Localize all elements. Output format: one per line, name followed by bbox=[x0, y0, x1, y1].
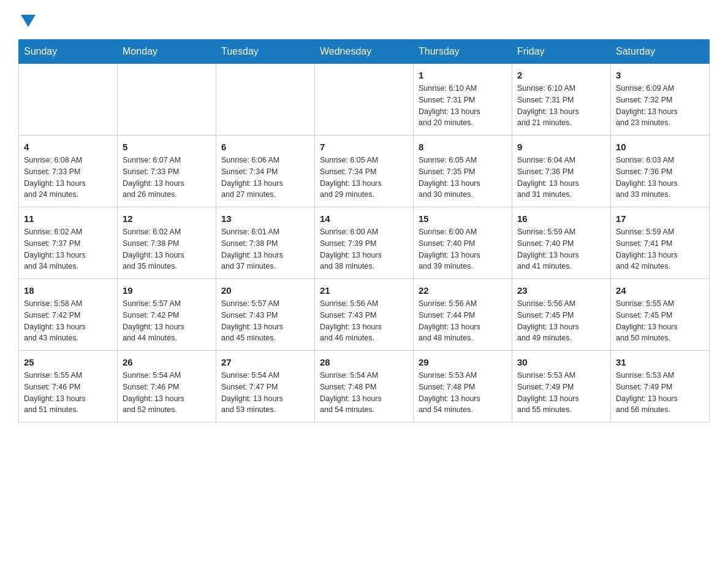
calendar-cell: 3Sunrise: 6:09 AM Sunset: 7:32 PM Daylig… bbox=[611, 64, 710, 136]
day-number: 19 bbox=[123, 284, 211, 297]
calendar-week-4: 18Sunrise: 5:58 AM Sunset: 7:42 PM Dayli… bbox=[19, 279, 710, 351]
calendar-cell bbox=[315, 64, 414, 136]
logo-triangle-icon bbox=[21, 15, 36, 27]
day-number: 23 bbox=[517, 284, 605, 297]
calendar-week-2: 4Sunrise: 6:08 AM Sunset: 7:33 PM Daylig… bbox=[19, 136, 710, 207]
day-number: 31 bbox=[616, 356, 704, 369]
day-number: 1 bbox=[419, 69, 507, 82]
day-info: Sunrise: 6:04 AM Sunset: 7:36 PM Dayligh… bbox=[517, 155, 605, 201]
calendar-cell: 12Sunrise: 6:02 AM Sunset: 7:38 PM Dayli… bbox=[118, 207, 216, 279]
day-number: 11 bbox=[24, 212, 112, 225]
day-number: 20 bbox=[221, 284, 309, 297]
day-number: 25 bbox=[24, 356, 112, 369]
calendar-cell: 23Sunrise: 5:56 AM Sunset: 7:45 PM Dayli… bbox=[512, 279, 611, 351]
day-number: 28 bbox=[320, 356, 408, 369]
calendar-cell: 10Sunrise: 6:03 AM Sunset: 7:36 PM Dayli… bbox=[611, 136, 710, 207]
calendar-cell: 22Sunrise: 5:56 AM Sunset: 7:44 PM Dayli… bbox=[414, 279, 512, 351]
day-number: 3 bbox=[616, 69, 704, 82]
weekday-header-friday: Friday bbox=[512, 40, 611, 64]
day-info: Sunrise: 5:53 AM Sunset: 7:49 PM Dayligh… bbox=[517, 370, 605, 416]
calendar-cell: 15Sunrise: 6:00 AM Sunset: 7:40 PM Dayli… bbox=[414, 207, 512, 279]
calendar-cell: 1Sunrise: 6:10 AM Sunset: 7:31 PM Daylig… bbox=[414, 64, 512, 136]
calendar-cell: 14Sunrise: 6:00 AM Sunset: 7:39 PM Dayli… bbox=[315, 207, 414, 279]
day-number: 17 bbox=[616, 212, 704, 225]
calendar-week-1: 1Sunrise: 6:10 AM Sunset: 7:31 PM Daylig… bbox=[19, 64, 710, 136]
day-number: 16 bbox=[517, 212, 605, 225]
calendar-week-3: 11Sunrise: 6:02 AM Sunset: 7:37 PM Dayli… bbox=[19, 207, 710, 279]
day-number: 15 bbox=[419, 212, 507, 225]
weekday-header-sunday: Sunday bbox=[19, 40, 118, 64]
day-info: Sunrise: 6:02 AM Sunset: 7:38 PM Dayligh… bbox=[123, 226, 211, 272]
calendar-cell: 9Sunrise: 6:04 AM Sunset: 7:36 PM Daylig… bbox=[512, 136, 611, 207]
day-number: 21 bbox=[320, 284, 408, 297]
day-number: 13 bbox=[221, 212, 309, 225]
day-info: Sunrise: 5:54 AM Sunset: 7:48 PM Dayligh… bbox=[320, 370, 408, 416]
day-info: Sunrise: 5:56 AM Sunset: 7:45 PM Dayligh… bbox=[517, 298, 605, 344]
day-info: Sunrise: 6:03 AM Sunset: 7:36 PM Dayligh… bbox=[616, 155, 704, 201]
day-number: 6 bbox=[221, 140, 309, 153]
day-info: Sunrise: 5:55 AM Sunset: 7:45 PM Dayligh… bbox=[616, 298, 704, 344]
day-info: Sunrise: 6:06 AM Sunset: 7:34 PM Dayligh… bbox=[221, 155, 309, 201]
calendar-cell: 20Sunrise: 5:57 AM Sunset: 7:43 PM Dayli… bbox=[216, 279, 315, 351]
calendar-cell bbox=[118, 64, 216, 136]
calendar-cell: 24Sunrise: 5:55 AM Sunset: 7:45 PM Dayli… bbox=[611, 279, 710, 351]
day-info: Sunrise: 5:58 AM Sunset: 7:42 PM Dayligh… bbox=[24, 298, 112, 344]
day-info: Sunrise: 5:54 AM Sunset: 7:47 PM Dayligh… bbox=[221, 370, 309, 416]
day-info: Sunrise: 6:10 AM Sunset: 7:31 PM Dayligh… bbox=[419, 83, 507, 129]
day-info: Sunrise: 6:00 AM Sunset: 7:40 PM Dayligh… bbox=[419, 226, 507, 272]
day-info: Sunrise: 5:56 AM Sunset: 7:44 PM Dayligh… bbox=[419, 298, 507, 344]
day-number: 26 bbox=[123, 356, 211, 369]
day-info: Sunrise: 5:54 AM Sunset: 7:46 PM Dayligh… bbox=[123, 370, 211, 416]
calendar-cell: 25Sunrise: 5:55 AM Sunset: 7:46 PM Dayli… bbox=[19, 351, 118, 423]
calendar-cell: 30Sunrise: 5:53 AM Sunset: 7:49 PM Dayli… bbox=[512, 351, 611, 423]
day-info: Sunrise: 6:09 AM Sunset: 7:32 PM Dayligh… bbox=[616, 83, 704, 129]
day-number: 9 bbox=[517, 140, 605, 153]
calendar-cell: 31Sunrise: 5:53 AM Sunset: 7:49 PM Dayli… bbox=[611, 351, 710, 423]
calendar-cell: 5Sunrise: 6:07 AM Sunset: 7:33 PM Daylig… bbox=[118, 136, 216, 207]
calendar-cell: 27Sunrise: 5:54 AM Sunset: 7:47 PM Dayli… bbox=[216, 351, 315, 423]
calendar-cell bbox=[19, 64, 118, 136]
day-number: 18 bbox=[24, 284, 112, 297]
day-number: 8 bbox=[419, 140, 507, 153]
day-info: Sunrise: 6:08 AM Sunset: 7:33 PM Dayligh… bbox=[24, 155, 112, 201]
day-info: Sunrise: 6:07 AM Sunset: 7:33 PM Dayligh… bbox=[123, 155, 211, 201]
day-info: Sunrise: 6:10 AM Sunset: 7:31 PM Dayligh… bbox=[517, 83, 605, 129]
day-info: Sunrise: 6:01 AM Sunset: 7:38 PM Dayligh… bbox=[221, 226, 309, 272]
day-number: 4 bbox=[24, 140, 112, 153]
calendar-cell: 7Sunrise: 6:05 AM Sunset: 7:34 PM Daylig… bbox=[315, 136, 414, 207]
calendar-cell bbox=[216, 64, 315, 136]
weekday-header-saturday: Saturday bbox=[611, 40, 710, 64]
page-header bbox=[18, 12, 710, 27]
weekday-header-tuesday: Tuesday bbox=[216, 40, 315, 64]
day-info: Sunrise: 5:57 AM Sunset: 7:42 PM Dayligh… bbox=[123, 298, 211, 344]
day-info: Sunrise: 6:05 AM Sunset: 7:34 PM Dayligh… bbox=[320, 155, 408, 201]
day-number: 24 bbox=[616, 284, 704, 297]
calendar-cell: 28Sunrise: 5:54 AM Sunset: 7:48 PM Dayli… bbox=[315, 351, 414, 423]
day-number: 5 bbox=[123, 140, 211, 153]
day-info: Sunrise: 5:59 AM Sunset: 7:40 PM Dayligh… bbox=[517, 226, 605, 272]
calendar-cell: 29Sunrise: 5:53 AM Sunset: 7:48 PM Dayli… bbox=[414, 351, 512, 423]
logo bbox=[18, 12, 36, 27]
day-number: 2 bbox=[517, 69, 605, 82]
calendar-cell: 6Sunrise: 6:06 AM Sunset: 7:34 PM Daylig… bbox=[216, 136, 315, 207]
calendar-cell: 4Sunrise: 6:08 AM Sunset: 7:33 PM Daylig… bbox=[19, 136, 118, 207]
calendar-table: SundayMondayTuesdayWednesdayThursdayFrid… bbox=[18, 39, 710, 423]
day-number: 10 bbox=[616, 140, 704, 153]
day-info: Sunrise: 5:53 AM Sunset: 7:49 PM Dayligh… bbox=[616, 370, 704, 416]
day-info: Sunrise: 5:53 AM Sunset: 7:48 PM Dayligh… bbox=[419, 370, 507, 416]
day-number: 14 bbox=[320, 212, 408, 225]
calendar-cell: 19Sunrise: 5:57 AM Sunset: 7:42 PM Dayli… bbox=[118, 279, 216, 351]
calendar-cell: 21Sunrise: 5:56 AM Sunset: 7:43 PM Dayli… bbox=[315, 279, 414, 351]
calendar-cell: 2Sunrise: 6:10 AM Sunset: 7:31 PM Daylig… bbox=[512, 64, 611, 136]
day-info: Sunrise: 5:56 AM Sunset: 7:43 PM Dayligh… bbox=[320, 298, 408, 344]
calendar-week-5: 25Sunrise: 5:55 AM Sunset: 7:46 PM Dayli… bbox=[19, 351, 710, 423]
day-info: Sunrise: 6:05 AM Sunset: 7:35 PM Dayligh… bbox=[419, 155, 507, 201]
day-number: 30 bbox=[517, 356, 605, 369]
weekday-header-thursday: Thursday bbox=[414, 40, 512, 64]
day-number: 7 bbox=[320, 140, 408, 153]
calendar-cell: 16Sunrise: 5:59 AM Sunset: 7:40 PM Dayli… bbox=[512, 207, 611, 279]
day-info: Sunrise: 5:55 AM Sunset: 7:46 PM Dayligh… bbox=[24, 370, 112, 416]
day-number: 29 bbox=[419, 356, 507, 369]
calendar-cell: 11Sunrise: 6:02 AM Sunset: 7:37 PM Dayli… bbox=[19, 207, 118, 279]
calendar-cell: 17Sunrise: 5:59 AM Sunset: 7:41 PM Dayli… bbox=[611, 207, 710, 279]
